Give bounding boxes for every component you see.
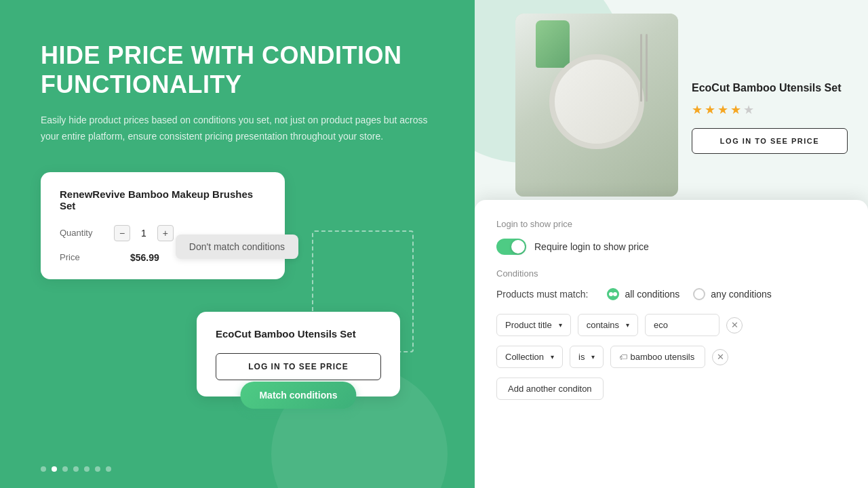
dot-3[interactable] bbox=[62, 466, 68, 472]
condition-1-operator-select[interactable]: contains ▾ bbox=[578, 314, 638, 336]
log-in-to-see-price-button[interactable]: LOG IN TO SEE PRICE bbox=[692, 128, 848, 154]
all-conditions-option[interactable]: all conditions bbox=[607, 288, 679, 300]
product-image bbox=[515, 14, 678, 197]
condition-2-value-display: bamboo utensils bbox=[630, 352, 694, 362]
tag-icon: 🏷 bbox=[619, 352, 627, 362]
star-4: ★ bbox=[730, 102, 741, 117]
star-2: ★ bbox=[705, 102, 715, 117]
condition-2-field-value: Collection bbox=[505, 352, 544, 362]
quantity-label: Quantity bbox=[60, 228, 114, 238]
quantity-value: 1 bbox=[141, 228, 146, 239]
card2-title: EcoCut Bamboo Utensils Set bbox=[216, 328, 381, 340]
product-name: EcoCut Bamboo Utensils Set bbox=[692, 81, 868, 96]
product-info: EcoCut Bamboo Utensils Set ★ ★ ★ ★ ★ LOG… bbox=[692, 14, 868, 154]
card1-title: RenewRevive Bamboo Makeup Brushes Set bbox=[60, 188, 266, 211]
plate-decoration bbox=[549, 54, 644, 149]
star-3: ★ bbox=[717, 102, 728, 117]
card2-log-in-button[interactable]: LOG IN TO SEE PRICE bbox=[216, 353, 381, 380]
page-title: HIDE PRICE WITH CONDITION FUNCTIONALITY bbox=[41, 41, 434, 99]
condition-row-1: Product title ▾ contains ▾ ✕ bbox=[496, 314, 846, 336]
condition-2-operator-value: is bbox=[578, 352, 585, 362]
condition-row-2: Collection ▾ is ▾ 🏷 bamboo utensils ✕ bbox=[496, 346, 846, 368]
condition-1-field-chevron-icon: ▾ bbox=[559, 321, 562, 329]
condition-1-remove-button[interactable]: ✕ bbox=[726, 317, 743, 333]
left-section: HIDE PRICE WITH CONDITION FUNCTIONALITY … bbox=[0, 0, 475, 488]
product-card-1: RenewRevive Bamboo Makeup Brushes Set Qu… bbox=[41, 172, 285, 279]
star-1: ★ bbox=[692, 102, 703, 117]
quantity-increase-button[interactable]: + bbox=[157, 225, 174, 241]
products-must-match-label: Products must match: bbox=[496, 289, 588, 300]
toggle-knob bbox=[511, 240, 525, 253]
star-rating: ★ ★ ★ ★ ★ bbox=[692, 102, 868, 117]
dont-match-badge: Don't match conditions bbox=[176, 235, 298, 259]
radio-inner-all bbox=[609, 292, 613, 296]
toggle-label: Require login to show price bbox=[534, 241, 649, 252]
subtitle-text: Easily hide product prices based on cond… bbox=[41, 113, 434, 145]
require-login-toggle[interactable] bbox=[496, 239, 526, 255]
condition-1-operator-value: contains bbox=[587, 320, 619, 330]
dot-7[interactable] bbox=[106, 466, 111, 472]
carousel-dots bbox=[41, 466, 111, 472]
match-conditions-badge: Match conditions bbox=[240, 382, 356, 409]
condition-2-operator-chevron-icon: ▾ bbox=[591, 353, 595, 361]
radio-inner-any bbox=[695, 292, 699, 296]
conditions-section-label: Conditions bbox=[496, 268, 846, 279]
price-value: $56.99 bbox=[130, 252, 159, 263]
condition-2-field-chevron-icon: ▾ bbox=[551, 353, 554, 361]
condition-2-value-select[interactable]: 🏷 bamboo utensils bbox=[610, 346, 705, 368]
toggle-row: Require login to show price bbox=[496, 239, 846, 255]
any-conditions-option[interactable]: any conditions bbox=[693, 288, 772, 300]
plate-scene bbox=[515, 14, 678, 197]
dot-6[interactable] bbox=[95, 466, 100, 472]
all-conditions-radio[interactable] bbox=[607, 288, 619, 300]
dot-1[interactable] bbox=[41, 466, 46, 472]
fork-decoration bbox=[646, 34, 648, 102]
condition-1-value-input[interactable] bbox=[645, 314, 719, 336]
condition-2-remove-button[interactable]: ✕ bbox=[712, 349, 728, 365]
dot-4[interactable] bbox=[73, 466, 79, 472]
star-5: ★ bbox=[743, 102, 754, 117]
glass-decoration bbox=[536, 20, 570, 68]
dot-5[interactable] bbox=[84, 466, 90, 472]
dot-2[interactable] bbox=[52, 466, 57, 472]
any-conditions-label: any conditions bbox=[711, 289, 772, 300]
condition-1-field-select[interactable]: Product title ▾ bbox=[496, 314, 571, 336]
any-conditions-radio[interactable] bbox=[693, 288, 705, 300]
login-section-label: Login to show price bbox=[496, 219, 846, 229]
condition-2-field-select[interactable]: Collection ▾ bbox=[496, 346, 563, 368]
conditions-panel: Login to show price Require login to sho… bbox=[475, 200, 868, 488]
condition-1-field-value: Product title bbox=[505, 320, 552, 330]
right-section: EcoCut Bamboo Utensils Set ★ ★ ★ ★ ★ LOG… bbox=[475, 0, 868, 488]
add-condition-button[interactable]: Add another conditon bbox=[496, 378, 604, 400]
quantity-decrease-button[interactable]: − bbox=[114, 225, 130, 241]
quantity-controls: − 1 + bbox=[114, 225, 174, 241]
product-showcase: EcoCut Bamboo Utensils Set ★ ★ ★ ★ ★ LOG… bbox=[515, 14, 868, 197]
products-must-match-row: Products must match: all conditions any … bbox=[496, 288, 846, 300]
all-conditions-label: all conditions bbox=[625, 289, 679, 300]
price-label: Price bbox=[60, 252, 114, 262]
condition-1-operator-chevron-icon: ▾ bbox=[626, 321, 629, 329]
product-card-2: EcoCut Bamboo Utensils Set LOG IN TO SEE… bbox=[197, 312, 400, 396]
condition-2-operator-select[interactable]: is ▾ bbox=[570, 346, 604, 368]
